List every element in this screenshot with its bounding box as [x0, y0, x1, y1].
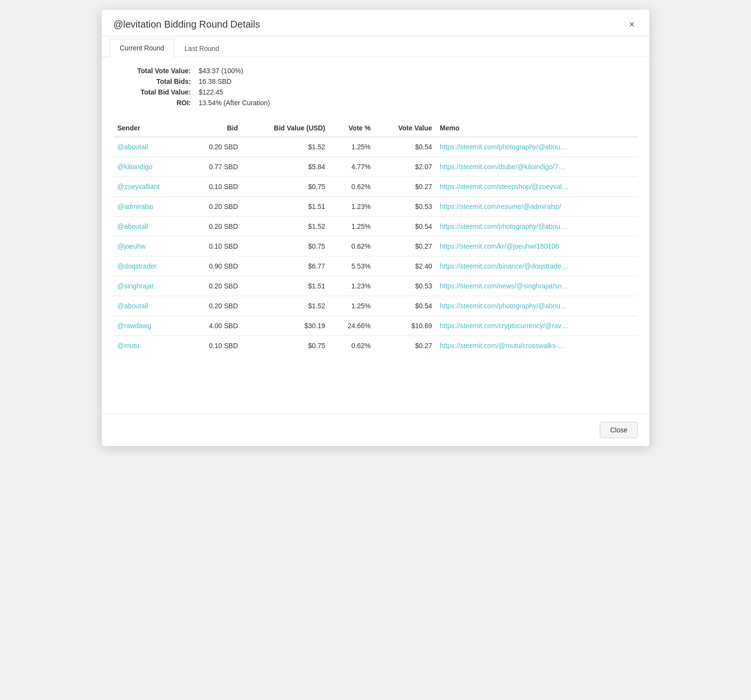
- cell-vote-value: $2.40: [375, 256, 436, 276]
- cell-bid-value: $0.75: [242, 177, 329, 197]
- sender-link[interactable]: @aboutall: [117, 302, 148, 310]
- memo-link[interactable]: https://steemit.com/@mutu/crosswalks-…: [440, 342, 595, 350]
- cell-vote-value: $2.07: [375, 157, 436, 177]
- cell-bid: 0.10 SBD: [188, 336, 242, 356]
- cell-vote-value: $0.27: [375, 336, 436, 356]
- cell-bid-value: $0.75: [242, 237, 329, 256]
- cell-vote-pct: 4.77%: [329, 157, 375, 177]
- summary-total-bids-label: Total Bids:: [113, 78, 191, 85]
- cell-sender: @rawdawg: [113, 316, 188, 336]
- tab-current-round[interactable]: Current Round: [110, 39, 174, 57]
- tab-last-round[interactable]: Last Round: [174, 39, 230, 57]
- sender-link[interactable]: @admiralsp: [117, 203, 154, 210]
- cell-bid: 4.00 SBD: [188, 316, 242, 336]
- summary-row-total-bid-value: Total Bid Value: $122.45: [113, 88, 638, 96]
- cell-memo: https://steemit.com/dtube/@kiloindigo/7…: [436, 157, 638, 177]
- bids-table: Sender Bid Bid Value (USD) Vote % Vote V…: [113, 119, 638, 355]
- dialog: @levitation Bidding Round Details × Curr…: [102, 10, 649, 446]
- sender-link[interactable]: @singhrajat: [117, 282, 154, 290]
- cell-bid: 0.20 SBD: [188, 137, 242, 157]
- sender-link[interactable]: @joeuhw: [117, 242, 146, 250]
- cell-vote-pct: 24.66%: [329, 316, 375, 336]
- dialog-title: @levitation Bidding Round Details: [113, 19, 260, 30]
- sender-link[interactable]: @doqstrader: [117, 262, 156, 270]
- cell-bid-value: $30.19: [242, 316, 329, 336]
- summary-total-bid-value-label: Total Bid Value:: [113, 88, 191, 96]
- cell-vote-pct: 0.62%: [329, 237, 375, 256]
- cell-vote-value: $0.54: [375, 296, 436, 316]
- summary-total-bids: 16.38 SBD: [199, 78, 232, 85]
- sender-link[interactable]: @aboutall: [117, 143, 148, 151]
- sender-link[interactable]: @rawdawg: [117, 322, 151, 330]
- cell-memo: https://steemit.com/kr/@joeuhw/180106: [436, 237, 638, 256]
- cell-sender: @kiloindigo: [113, 157, 188, 177]
- cell-vote-value: $10.69: [375, 316, 436, 336]
- cell-bid-value: $1.51: [242, 276, 329, 296]
- summary-section: Total Vote Value: $43.37 (100%) Total Bi…: [102, 57, 649, 114]
- table-row: @aboutall0.20 SBD$1.521.25%$0.54https://…: [113, 296, 638, 316]
- cell-memo: https://steemit.com/resume/@admiralsp/: [436, 197, 638, 217]
- memo-link[interactable]: https://steemit.com/photography/@abou…: [440, 302, 595, 310]
- memo-link[interactable]: https://steemit.com/photography/@abou…: [440, 143, 595, 151]
- cell-sender: @admiralsp: [113, 197, 188, 217]
- cell-bid-value: $5.84: [242, 157, 329, 177]
- summary-row-total-vote-value: Total Vote Value: $43.37 (100%): [113, 67, 638, 75]
- cell-memo: https://steemit.com/photography/@abou…: [436, 217, 638, 237]
- table-row: @kiloindigo0.77 SBD$5.844.77%$2.07https:…: [113, 157, 638, 177]
- close-footer-button[interactable]: Close: [600, 422, 638, 438]
- table-row: @admiralsp0.20 SBD$1.511.23%$0.53https:/…: [113, 197, 638, 217]
- cell-vote-value: $0.27: [375, 177, 436, 197]
- cell-vote-pct: 1.25%: [329, 296, 375, 316]
- cell-bid: 0.10 SBD: [188, 177, 242, 197]
- col-header-sender: Sender: [113, 119, 188, 137]
- memo-link[interactable]: https://steemit.com/binance/@doqstrade…: [440, 262, 595, 270]
- cell-memo: https://steemit.com/photography/@abou…: [436, 296, 638, 316]
- memo-link[interactable]: https://steemit.com/steepshop/@zoeyval…: [440, 183, 595, 191]
- dialog-header: @levitation Bidding Round Details ×: [102, 10, 649, 36]
- cell-memo: https://steemit.com/cryptocurrency/@rav…: [436, 316, 638, 336]
- cell-bid-value: $1.52: [242, 137, 329, 157]
- cell-memo: https://steemit.com/@mutu/crosswalks-…: [436, 336, 638, 356]
- memo-link[interactable]: https://steemit.com/kr/@joeuhw/180106: [440, 242, 595, 250]
- cell-vote-pct: 0.62%: [329, 336, 375, 356]
- cell-bid: 0.20 SBD: [188, 217, 242, 237]
- col-header-vote-value: Vote Value: [375, 119, 436, 137]
- cell-vote-value: $0.27: [375, 237, 436, 256]
- summary-total-bid-value: $122.45: [199, 88, 223, 96]
- cell-vote-value: $0.53: [375, 276, 436, 296]
- memo-link[interactable]: https://steemit.com/dtube/@kiloindigo/7…: [440, 163, 595, 171]
- summary-roi-label: ROI:: [113, 99, 191, 107]
- cell-memo: https://steemit.com/news/@singhrajat/sn…: [436, 276, 638, 296]
- memo-link[interactable]: https://steemit.com/news/@singhrajat/sn…: [440, 282, 595, 290]
- cell-vote-pct: 1.23%: [329, 276, 375, 296]
- sender-link[interactable]: @zoeyvalliant: [117, 183, 159, 191]
- summary-total-vote-value-label: Total Vote Value:: [113, 67, 191, 75]
- summary-roi: 13.54% (After Curation): [199, 99, 270, 107]
- cell-bid-value: $1.52: [242, 217, 329, 237]
- sender-link[interactable]: @aboutall: [117, 223, 148, 230]
- cell-sender: @zoeyvalliant: [113, 177, 188, 197]
- memo-link[interactable]: https://steemit.com/photography/@abou…: [440, 223, 595, 230]
- cell-sender: @doqstrader: [113, 256, 188, 276]
- table-row: @aboutall0.20 SBD$1.521.25%$0.54https://…: [113, 137, 638, 157]
- summary-row-roi: ROI: 13.54% (After Curation): [113, 99, 638, 107]
- cell-bid: 0.77 SBD: [188, 157, 242, 177]
- cell-bid-value: $1.52: [242, 296, 329, 316]
- cell-vote-value: $0.53: [375, 197, 436, 217]
- sender-link[interactable]: @mutu: [117, 342, 139, 350]
- dialog-close-button[interactable]: ×: [626, 18, 638, 30]
- cell-bid: 0.10 SBD: [188, 237, 242, 256]
- cell-vote-pct: 1.23%: [329, 197, 375, 217]
- cell-bid-value: $0.75: [242, 336, 329, 356]
- memo-link[interactable]: https://steemit.com/cryptocurrency/@rav…: [440, 322, 595, 330]
- cell-vote-pct: 1.25%: [329, 137, 375, 157]
- cell-sender: @aboutall: [113, 217, 188, 237]
- cell-bid: 0.20 SBD: [188, 296, 242, 316]
- memo-link[interactable]: https://steemit.com/resume/@admiralsp/: [440, 203, 595, 210]
- cell-bid-value: $6.77: [242, 256, 329, 276]
- col-header-vote-pct: Vote %: [329, 119, 375, 137]
- sender-link[interactable]: @kiloindigo: [117, 163, 153, 171]
- cell-bid: 0.20 SBD: [188, 276, 242, 296]
- table-row: @joeuhw0.10 SBD$0.750.62%$0.27https://st…: [113, 237, 638, 256]
- cell-vote-pct: 0.62%: [329, 177, 375, 197]
